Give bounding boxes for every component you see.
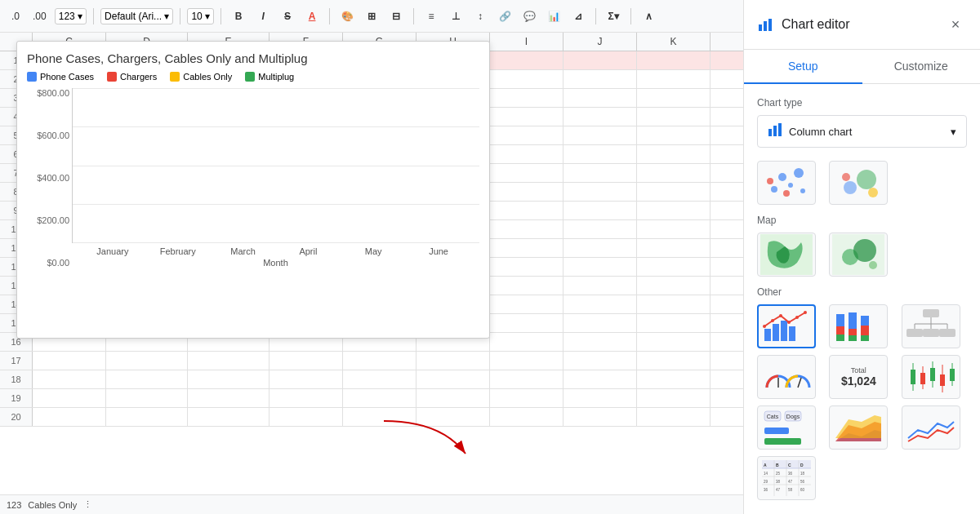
- table-cell[interactable]: [637, 183, 710, 201]
- fill-color-button[interactable]: 🎨: [336, 6, 358, 27]
- thumb-line[interactable]: [902, 405, 960, 450]
- table-cell[interactable]: [564, 389, 637, 407]
- table-cell[interactable]: [564, 51, 637, 69]
- table-cell[interactable]: [490, 164, 564, 182]
- table-cell[interactable]: [33, 408, 106, 426]
- table-cell[interactable]: [490, 108, 564, 126]
- table-cell[interactable]: [33, 389, 106, 407]
- table-cell[interactable]: [564, 202, 637, 219]
- col-J[interactable]: J: [564, 33, 637, 51]
- format-00[interactable]: .00: [28, 9, 51, 24]
- sum-button[interactable]: Σ▾: [603, 6, 624, 27]
- table-row[interactable]: 18: [0, 370, 743, 389]
- table-cell[interactable]: [490, 408, 564, 426]
- table-cell[interactable]: [637, 239, 710, 257]
- table-cell[interactable]: [637, 389, 710, 407]
- table-cell[interactable]: [343, 352, 416, 370]
- tab-customize[interactable]: Customize: [862, 50, 981, 83]
- table-cell[interactable]: [490, 295, 564, 313]
- table-cell[interactable]: [270, 408, 343, 426]
- table-cell[interactable]: [106, 352, 188, 370]
- thumb-map-bubble[interactable]: [829, 233, 888, 277]
- table-row[interactable]: 20: [0, 408, 743, 427]
- table-cell[interactable]: [490, 333, 564, 351]
- thumb-gauge[interactable]: [757, 355, 816, 399]
- table-cell[interactable]: [270, 352, 343, 370]
- table-cell[interactable]: [188, 389, 270, 407]
- thumb-stacked-area[interactable]: [829, 405, 888, 450]
- table-cell[interactable]: [637, 202, 710, 219]
- borders-button[interactable]: ⊞: [361, 6, 382, 27]
- table-cell[interactable]: [490, 389, 564, 407]
- table-cell[interactable]: [637, 51, 710, 69]
- col-K[interactable]: K: [637, 33, 710, 51]
- table-cell[interactable]: [188, 408, 270, 426]
- table-cell[interactable]: [416, 389, 490, 407]
- table-cell[interactable]: [106, 408, 188, 426]
- more-options-icon[interactable]: ⋮: [83, 499, 92, 510]
- table-cell[interactable]: [564, 314, 637, 332]
- thumb-scorecard[interactable]: Total $1,024: [829, 355, 888, 399]
- table-cell[interactable]: [564, 164, 637, 182]
- chart-overlay[interactable]: Phone Cases, Chargers, Cables Only and M…: [16, 41, 490, 339]
- thumb-stacked-bar[interactable]: [829, 304, 888, 348]
- table-cell[interactable]: [33, 370, 106, 388]
- thumb-org[interactable]: [902, 304, 960, 348]
- table-cell[interactable]: [564, 239, 637, 257]
- table-cell[interactable]: [490, 51, 564, 69]
- table-cell[interactable]: [564, 70, 637, 88]
- font-size-select[interactable]: 10 ▾: [187, 8, 214, 24]
- table-cell[interactable]: [637, 352, 710, 370]
- table-cell[interactable]: [564, 258, 637, 276]
- table-cell[interactable]: [564, 126, 637, 144]
- table-cell[interactable]: [637, 108, 710, 126]
- strikethrough-button[interactable]: S: [277, 6, 298, 27]
- table-cell[interactable]: [416, 408, 490, 426]
- tab-setup[interactable]: Setup: [744, 50, 862, 84]
- font-select[interactable]: Default (Ari... ▾: [100, 8, 173, 24]
- table-cell[interactable]: [637, 408, 710, 426]
- table-cell[interactable]: [490, 70, 564, 88]
- table-cell[interactable]: [343, 370, 416, 388]
- table-cell[interactable]: [564, 333, 637, 351]
- table-cell[interactable]: [270, 389, 343, 407]
- table-cell[interactable]: [564, 352, 637, 370]
- table-cell[interactable]: [490, 202, 564, 219]
- expand-button[interactable]: ∧: [638, 6, 659, 27]
- thumb-combo[interactable]: [757, 304, 816, 348]
- comment-button[interactable]: 💬: [519, 6, 540, 27]
- thumb-poll[interactable]: Cats Dogs: [757, 405, 816, 450]
- format-select[interactable]: 123 ▾: [55, 8, 87, 24]
- thumb-candlestick[interactable]: [902, 355, 960, 399]
- table-cell[interactable]: [490, 145, 564, 163]
- chart-type-selector[interactable]: Column chart ▾: [757, 115, 967, 148]
- chart-button[interactable]: 📊: [543, 6, 564, 27]
- table-cell[interactable]: [564, 108, 637, 126]
- table-cell[interactable]: [637, 89, 710, 107]
- merge-button[interactable]: ⊟: [385, 6, 407, 27]
- thumb-table[interactable]: A B C D 14 25 36 18 29 38 47 56 36 47 58…: [757, 456, 816, 500]
- table-cell[interactable]: [490, 314, 564, 332]
- table-cell[interactable]: [637, 220, 710, 238]
- col-I[interactable]: I: [490, 33, 564, 51]
- table-cell[interactable]: [490, 183, 564, 201]
- table-cell[interactable]: [416, 370, 490, 388]
- table-cell[interactable]: [490, 258, 564, 276]
- thumb-scatter[interactable]: [757, 161, 816, 205]
- table-cell[interactable]: [637, 126, 710, 144]
- table-cell[interactable]: [637, 370, 710, 388]
- table-cell[interactable]: [637, 333, 710, 351]
- link-button[interactable]: 🔗: [494, 6, 515, 27]
- table-row[interactable]: 19: [0, 389, 743, 408]
- table-cell[interactable]: [270, 370, 343, 388]
- table-cell[interactable]: [564, 370, 637, 388]
- table-cell[interactable]: [188, 370, 270, 388]
- editor-close-button[interactable]: ×: [944, 13, 967, 36]
- table-cell[interactable]: [490, 89, 564, 107]
- text-color-button[interactable]: A: [301, 6, 323, 27]
- valign-button[interactable]: ⊥: [445, 6, 466, 27]
- table-cell[interactable]: [490, 220, 564, 238]
- italic-button[interactable]: I: [252, 6, 274, 27]
- table-row[interactable]: 17: [0, 352, 743, 370]
- table-cell[interactable]: [188, 352, 270, 370]
